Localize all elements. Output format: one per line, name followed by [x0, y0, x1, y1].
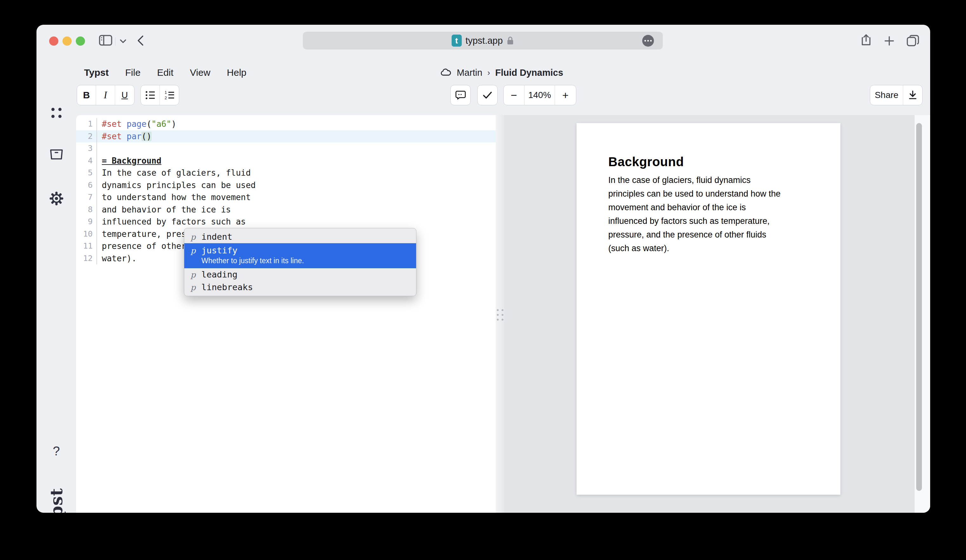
numbered-list-button[interactable]: 1 2: [160, 85, 179, 105]
zoom-in-button[interactable]: +: [555, 85, 576, 105]
code-text: #set par(): [97, 130, 151, 143]
menu-item-view[interactable]: View: [190, 67, 210, 78]
line-number: 8: [76, 204, 97, 216]
content-area: ? typst 1#set page("a6")2#set par()34= B…: [36, 115, 930, 513]
code-line[interactable]: 9influenced by factors such as: [76, 216, 496, 228]
code-token: par: [127, 131, 141, 141]
check-icon: [482, 90, 493, 100]
site-favicon: t: [452, 34, 462, 47]
autocomplete-item-linebreaks[interactable]: plinebreaks: [184, 281, 416, 294]
code-token: (): [141, 131, 151, 141]
line-number: 2: [76, 130, 97, 143]
comment-button[interactable]: [450, 85, 471, 105]
breadcrumb-document-title: Fluid Dynamics: [495, 67, 563, 78]
autocomplete-label: linebreaks: [201, 282, 253, 293]
tab-overview-icon[interactable]: [906, 34, 920, 48]
code-line[interactable]: 1#set page("a6"): [76, 118, 496, 130]
code-text: [97, 142, 102, 155]
page-settings-icon[interactable]: [642, 35, 654, 47]
zoom-level-value[interactable]: 140%: [524, 85, 555, 105]
list-format-group: 1 2: [141, 85, 179, 105]
autocomplete-item-indent[interactable]: pindent: [184, 230, 416, 243]
code-text: = Background: [97, 155, 161, 167]
code-text: and behavior of the ice is: [97, 204, 231, 216]
breadcrumb: Martin › Fluid Dynamics: [440, 60, 563, 85]
preview-scrollbar-track[interactable]: [915, 115, 930, 513]
autocomplete-label: leading: [201, 269, 238, 280]
typst-logo: typst: [36, 475, 76, 513]
menu-item-edit[interactable]: Edit: [157, 67, 174, 78]
code-token: #set: [102, 131, 122, 141]
menu-item-typst[interactable]: Typst: [84, 67, 109, 78]
autocomplete-popup: pindentpjustifyWhether to justify text i…: [184, 228, 416, 296]
code-token: influenced by factors such as: [102, 217, 246, 227]
address-bar[interactable]: t typst.app: [303, 32, 663, 49]
download-icon: [908, 90, 918, 100]
code-token: In the case of glaciers, fluid: [102, 168, 251, 177]
close-window-button[interactable]: [49, 36, 58, 46]
menu-item-help[interactable]: Help: [227, 67, 246, 78]
preview-body: In the case of glaciers, fluid dynamicsp…: [608, 174, 810, 255]
url-text: typst.app: [465, 36, 503, 46]
code-line[interactable]: 3: [76, 142, 496, 155]
param-type-icon: p: [191, 283, 201, 292]
underline-button[interactable]: U: [115, 85, 134, 105]
param-type-icon: p: [191, 232, 201, 241]
code-text: dynamics principles can be used: [97, 179, 256, 192]
comment-icon: [455, 90, 466, 100]
autocomplete-label: justify: [201, 245, 304, 256]
chevron-down-icon[interactable]: [118, 38, 128, 44]
line-number: 12: [76, 253, 97, 265]
preview-body-line: (such as water).: [608, 241, 810, 255]
code-editor[interactable]: 1#set page("a6")2#set par()34= Backgroun…: [76, 115, 496, 513]
code-line[interactable]: 7to understand how the movement: [76, 191, 496, 204]
preview-body-line: pressure, and the presence of other flui…: [608, 228, 810, 241]
code-line[interactable]: 6dynamics principles can be used: [76, 179, 496, 192]
preview-pane: Background In the case of glaciers, flui…: [504, 115, 915, 513]
bullet-list-button[interactable]: [141, 85, 160, 105]
svg-text:2: 2: [164, 95, 167, 100]
zoom-out-button[interactable]: −: [504, 85, 524, 105]
italic-button[interactable]: I: [96, 85, 115, 105]
autocomplete-item-justify[interactable]: pjustifyWhether to justify text in its l…: [184, 243, 416, 268]
code-line[interactable]: 2#set par(): [76, 130, 496, 143]
svg-text:1: 1: [164, 90, 167, 95]
titlebar: t typst.app: [36, 25, 930, 60]
app-menubar: TypstFileEditViewHelp: [84, 60, 246, 85]
breadcrumb-separator: ›: [488, 68, 490, 78]
new-tab-icon[interactable]: [883, 35, 895, 47]
browser-window: t typst.app: [36, 25, 930, 513]
back-button-icon[interactable]: [135, 34, 146, 47]
share-button[interactable]: Share: [870, 85, 903, 105]
help-icon[interactable]: ?: [36, 444, 76, 458]
minimize-window-button[interactable]: [62, 36, 72, 46]
titlebar-divider: [115, 38, 115, 46]
menu-item-file[interactable]: File: [125, 67, 141, 78]
bold-button[interactable]: B: [77, 85, 96, 105]
splitter-drag-handle[interactable]: [497, 309, 503, 320]
app-header: TypstFileEditViewHelp Martin › Fluid Dyn…: [36, 60, 930, 85]
settings-gear-icon[interactable]: [36, 191, 76, 206]
line-number: 11: [76, 240, 97, 253]
code-line[interactable]: 4= Background: [76, 155, 496, 167]
breadcrumb-workspace[interactable]: Martin: [457, 67, 482, 78]
line-number: 4: [76, 155, 97, 167]
code-line[interactable]: 5In the case of glaciers, fluid: [76, 167, 496, 179]
sidebar-toggle-icon[interactable]: [98, 34, 113, 47]
fullscreen-window-button[interactable]: [76, 36, 85, 46]
code-text: In the case of glaciers, fluid: [97, 167, 251, 179]
app-grid-icon[interactable]: [36, 108, 76, 118]
files-box-icon[interactable]: [36, 148, 76, 161]
code-token: (: [146, 119, 151, 129]
autocompile-check-button[interactable]: [477, 85, 498, 105]
code-line[interactable]: 8and behavior of the ice is: [76, 204, 496, 216]
pane-splitter[interactable]: [496, 115, 504, 513]
preview-scrollbar-thumb[interactable]: [916, 123, 922, 491]
download-button[interactable]: [903, 85, 922, 105]
preview-body-line: In the case of glaciers, fluid dynamics: [608, 174, 810, 187]
share-group: Share: [870, 85, 923, 105]
code-token: and behavior of the ice is: [102, 205, 231, 214]
lock-icon: [506, 36, 514, 45]
share-page-icon[interactable]: [861, 34, 872, 48]
autocomplete-item-leading[interactable]: pleading: [184, 268, 416, 281]
